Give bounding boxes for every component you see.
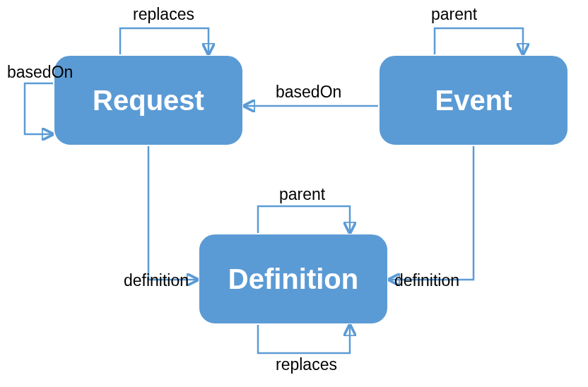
edge-definition-replaces — [258, 325, 350, 353]
label-event-definition: definition — [394, 271, 459, 290]
edge-definition-parent — [258, 206, 350, 233]
label-request-replaces: replaces — [133, 5, 194, 24]
node-request-label: Request — [93, 85, 204, 117]
label-event-basedon-request: basedOn — [276, 83, 341, 102]
node-event-label: Event — [435, 85, 512, 117]
node-request: Request — [53, 54, 244, 146]
edge-event-definition — [389, 146, 474, 280]
label-definition-parent: parent — [279, 185, 325, 204]
node-definition: Definition — [198, 233, 389, 325]
edge-request-definition — [148, 146, 198, 280]
label-request-definition: definition — [124, 271, 189, 290]
node-definition-label: Definition — [228, 263, 358, 295]
label-definition-replaces: replaces — [276, 355, 337, 374]
edge-event-parent — [435, 28, 523, 54]
edge-request-basedon-self — [25, 83, 53, 134]
edge-request-replaces — [120, 28, 208, 54]
node-event: Event — [378, 54, 569, 146]
label-event-parent: parent — [431, 5, 477, 24]
label-request-basedon-self: basedOn — [7, 63, 73, 82]
